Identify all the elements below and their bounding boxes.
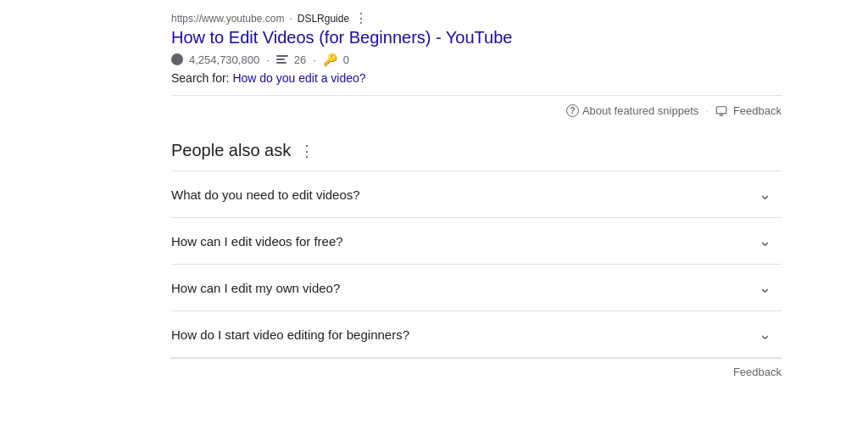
result-url-row: https://www.youtube.com · DSLRguide ⋮ [171, 10, 782, 26]
snippet-bar: ? About featured snippets · Feedback [171, 95, 782, 117]
count2-value: 0 [343, 53, 349, 66]
snippet-feedback-link[interactable]: Feedback [715, 104, 782, 117]
result-title-link[interactable]: How to Edit Videos (for Beginners) - You… [171, 28, 782, 48]
paa-item-2[interactable]: How can I edit videos for free? ⌄ [171, 218, 782, 265]
paa-question-4: How do I start video editing for beginne… [171, 327, 409, 342]
count1-value: 26 [294, 53, 306, 66]
count1-meta: 26 [276, 53, 306, 66]
chevron-icon-3: ⌄ [759, 278, 771, 297]
views-count: 4,254,730,800 [189, 53, 259, 66]
paa-question-2: How can I edit videos for free? [171, 234, 343, 249]
separator-1: · [266, 53, 270, 66]
bottom-bar: Feedback [171, 358, 782, 378]
result-source: · [289, 13, 292, 25]
snippet-feedback-text: Feedback [733, 104, 782, 117]
views-meta: 4,254,730,800 [171, 53, 259, 66]
about-snippets-text: About featured snippets [582, 104, 698, 117]
chevron-icon-4: ⌄ [759, 325, 771, 344]
key-icon: 🔑 [323, 53, 337, 66]
search-result: https://www.youtube.com · DSLRguide ⋮ Ho… [171, 10, 782, 117]
result-domain: DSLRguide [298, 13, 349, 25]
paa-list: What do you need to edit videos? ⌄ How c… [171, 170, 782, 358]
chevron-icon-2: ⌄ [759, 232, 771, 250]
svg-rect-0 [716, 106, 726, 113]
paa-menu-button[interactable]: ⋮ [299, 142, 314, 160]
paa-item-4[interactable]: How do I start video editing for beginne… [171, 311, 782, 358]
paa-question-3: How can I edit my own video? [171, 281, 340, 295]
paa-header: People also ask ⋮ [171, 141, 782, 160]
paa-title: People also ask [171, 141, 291, 160]
chevron-icon-1: ⌄ [759, 185, 771, 204]
lines-icon [276, 55, 288, 64]
about-snippets-link[interactable]: ? About featured snippets [566, 104, 698, 117]
question-icon: ? [566, 104, 579, 117]
people-also-ask-section: People also ask ⋮ What do you need to ed… [171, 141, 782, 378]
result-url-text: https://www.youtube.com [171, 13, 284, 25]
search-for-link[interactable]: How do you edit a video? [232, 71, 365, 85]
paa-question-1: What do you need to edit videos? [171, 187, 360, 202]
feedback-icon [715, 105, 727, 117]
search-for-row: Search for: How do you edit a video? [171, 71, 782, 85]
circle-icon [171, 53, 183, 65]
bottom-feedback-link[interactable]: Feedback [733, 366, 782, 378]
count2-meta: 🔑 0 [323, 53, 349, 66]
bar-separator: · [705, 104, 709, 117]
more-options-button[interactable]: ⋮ [354, 10, 369, 26]
paa-item-3[interactable]: How can I edit my own video? ⌄ [171, 265, 782, 311]
separator-2: · [313, 53, 316, 66]
result-meta-row: 4,254,730,800 · 26 · 🔑 0 [171, 53, 782, 66]
paa-item-1[interactable]: What do you need to edit videos? ⌄ [171, 171, 782, 218]
search-for-label: Search for: [171, 71, 229, 85]
